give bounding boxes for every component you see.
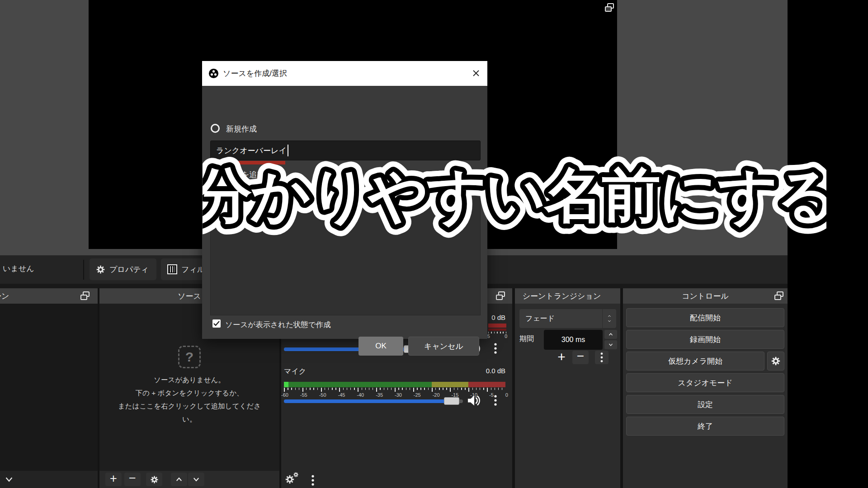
add-transition-button[interactable]: +	[553, 350, 570, 364]
scenes-panel-title: ーン	[0, 291, 9, 301]
add-source-button[interactable]: +	[105, 473, 122, 486]
tick-label: -5	[489, 392, 494, 398]
gear-icon	[771, 356, 781, 366]
transitions-panel-title: シーントランジション	[523, 291, 601, 301]
unknown-source-icon: ?	[178, 346, 201, 368]
button-label: 終了	[698, 421, 713, 432]
duration-input[interactable]: 300 ms	[544, 330, 603, 350]
properties-button[interactable]: プロパティ	[90, 258, 156, 280]
chevron-up-icon	[607, 332, 614, 337]
tick-label: -50	[319, 392, 326, 398]
plus-icon: +	[110, 473, 117, 485]
speaker-icon[interactable]	[467, 394, 481, 407]
studio-mode-button[interactable]: スタジオモード	[626, 373, 784, 392]
dialog-titlebar[interactable]: ソースを作成/選択	[202, 61, 487, 86]
question-glyph: ?	[185, 349, 193, 365]
desktop-audio-meter-right	[488, 328, 506, 331]
caret-down-icon	[606, 319, 613, 323]
move-source-up-button[interactable]	[171, 473, 187, 486]
ok-button[interactable]: OK	[359, 337, 403, 356]
popout-icon[interactable]	[495, 291, 506, 301]
dialog-title: ソースを作成/選択	[223, 68, 287, 79]
transition-select[interactable]: フェード	[519, 309, 616, 328]
remove-transition-button[interactable]: −	[572, 351, 589, 364]
tick-label: 0	[505, 392, 508, 398]
sources-panel-footer: + −	[99, 471, 279, 488]
radio-create-new[interactable]	[211, 124, 220, 133]
tick-label: 5	[487, 333, 490, 339]
kebab-menu-icon[interactable]	[494, 394, 497, 406]
move-source-down-button[interactable]	[188, 473, 204, 486]
scenes-panel-header: ーン	[0, 288, 98, 304]
popout-icon[interactable]	[80, 291, 90, 301]
start-recording-button[interactable]: 録画開始	[626, 330, 784, 349]
kebab-menu-icon[interactable]	[494, 343, 497, 354]
button-label: 設定	[698, 399, 713, 410]
transitions-panel-header: シーントランジション	[515, 288, 620, 304]
make-visible-label: ソースが表示された状態で作成	[225, 320, 331, 330]
chevron-down-icon[interactable]	[4, 474, 14, 484]
tick-label: -35	[376, 392, 383, 398]
close-icon[interactable]	[471, 68, 481, 78]
mic-label: マイク	[284, 367, 306, 376]
button-label: 配信開始	[690, 313, 721, 323]
popout-icon[interactable]	[774, 291, 784, 301]
button-label: OK	[375, 342, 387, 351]
mic-db-value: 0.0 dB	[452, 367, 505, 375]
empty-line: い。	[101, 413, 278, 426]
sources-panel-title: ソース	[178, 291, 201, 301]
mic-meter-minor-ticks	[284, 388, 505, 390]
scenes-panel-footer	[0, 471, 98, 488]
toolbar-separator	[83, 260, 84, 280]
make-visible-checkbox[interactable]	[212, 319, 221, 328]
check-icon	[212, 319, 221, 328]
cancel-button[interactable]: キャンセル	[408, 337, 479, 356]
controls-panel-title: コントロール	[682, 291, 729, 301]
slider-handle[interactable]	[444, 397, 459, 405]
radio-create-new-label: 新規作成	[226, 124, 257, 134]
tick-label: -30	[395, 392, 402, 398]
kebab-menu-icon[interactable]	[311, 474, 315, 486]
tick-label: -55	[300, 392, 307, 398]
duration-decrease-button[interactable]	[604, 340, 617, 349]
duration-value: 300 ms	[561, 336, 585, 344]
tick-label: -45	[338, 392, 345, 398]
minus-icon: −	[129, 472, 136, 484]
annotation-headline: 分かりやすい名前にする 分かりやすい名前にする 分かりやすい名前にする	[203, 145, 826, 240]
start-virtual-camera-button[interactable]: 仮想カメラ開始	[626, 352, 764, 371]
tick-label: 0	[505, 333, 507, 339]
toolbar-status-text: いません	[3, 263, 34, 274]
button-label: 仮想カメラ開始	[668, 356, 722, 366]
desktop-audio-tick-labels: 5 0	[487, 333, 507, 339]
exit-button[interactable]: 終了	[626, 417, 784, 436]
button-label: キャンセル	[424, 341, 463, 352]
source-properties-button[interactable]	[146, 473, 162, 486]
slider-fill	[284, 399, 448, 403]
empty-line: またはここを右クリックして追加してくださ	[101, 399, 278, 413]
transition-properties-button[interactable]	[595, 351, 609, 364]
duration-increase-button[interactable]	[604, 330, 617, 339]
caret-up-icon	[606, 314, 613, 318]
gear-icon	[96, 265, 105, 274]
tick-label: -20	[433, 392, 440, 398]
gear-icon	[150, 475, 159, 484]
transition-selected-value: フェード	[519, 314, 602, 324]
empty-line: ソースがありません。	[101, 373, 278, 386]
controls-panel-header: コントロール	[623, 288, 788, 304]
desktop-audio-meter-left	[488, 324, 506, 328]
filter-icon	[167, 264, 177, 274]
remove-source-button[interactable]: −	[124, 473, 141, 486]
scenes-list[interactable]	[0, 304, 98, 471]
settings-button[interactable]: 設定	[626, 395, 784, 414]
empty-line: 下の + ボタンをクリックするか、	[101, 386, 278, 399]
minus-icon: −	[577, 349, 584, 363]
duration-label: 期間	[519, 334, 534, 344]
virtual-camera-settings-button[interactable]	[767, 352, 784, 371]
mic-meter	[284, 382, 505, 387]
start-streaming-button[interactable]: 配信開始	[626, 308, 784, 327]
chevron-down-icon	[607, 342, 614, 347]
screenshot-root: いません プロパティ フィルタ ーン ソース ? ソースがありません。 下の +…	[0, 0, 868, 488]
chevron-down-icon	[192, 475, 201, 483]
tick-label: -40	[357, 392, 364, 398]
mic-volume-slider[interactable]	[284, 399, 463, 403]
